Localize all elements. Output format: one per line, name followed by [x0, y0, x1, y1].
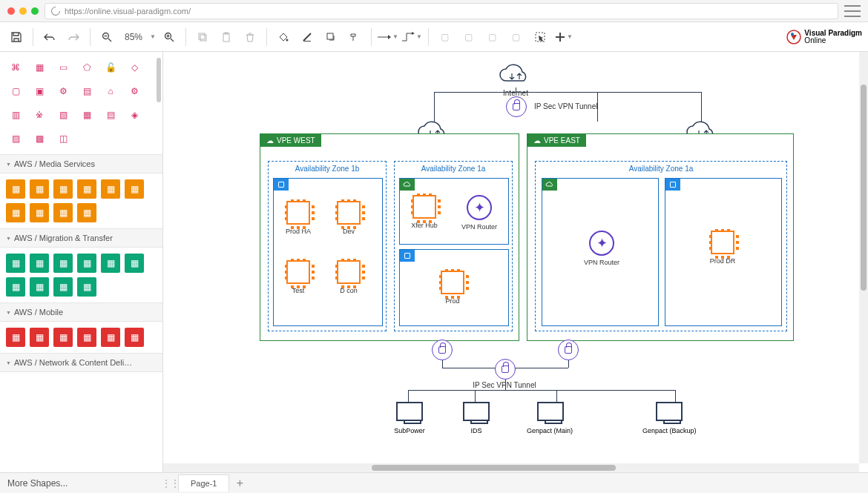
shape-icon[interactable]: ▦ [30, 58, 49, 77]
vpn-lock-icon[interactable] [495, 359, 516, 380]
shape-icon[interactable]: ⚙ [53, 82, 73, 101]
delete-button[interactable] [240, 27, 260, 47]
genpact-main-computer[interactable]: Genpact (Main) [534, 402, 567, 434]
stroke-button[interactable] [297, 27, 318, 47]
shape-icon[interactable]: ▦ [53, 328, 73, 347]
page-tab[interactable]: Page-1 [178, 474, 229, 492]
connector-straight-button[interactable]: ▼ [378, 27, 398, 47]
genpact-backup-computer[interactable]: Genpact (Backup) [653, 402, 685, 434]
shape-icon[interactable]: ⚙ [125, 82, 144, 101]
prod-ha-instance[interactable]: Prod HA [284, 201, 312, 229]
subnet-west-1a-private[interactable]: Prod [399, 249, 509, 326]
align-button[interactable]: ▢ [506, 27, 527, 47]
minimize-window[interactable] [19, 7, 27, 15]
dcon-instance[interactable]: D con [335, 260, 363, 288]
shape-icon[interactable]: ▦ [30, 179, 49, 199]
copy-button[interactable] [192, 27, 213, 47]
shape-icon[interactable]: ▦ [125, 179, 144, 199]
shape-icon[interactable]: ▤ [101, 105, 120, 125]
vpn-lock-icon[interactable] [558, 340, 579, 360]
subnet-west-1a-public[interactable]: Xfer Hub VPN Router [399, 178, 509, 245]
section-network[interactable]: AWS / Network & Content Deli… [0, 353, 162, 372]
vpn-router-west[interactable]: VPN Router [461, 195, 498, 231]
az-1a-east[interactable]: Availability Zone 1a VPN Router Prod DR [535, 161, 787, 331]
vpn-lock-icon[interactable] [432, 340, 453, 360]
shape-icon[interactable]: ▦ [77, 328, 96, 347]
zoom-level[interactable]: 85% [120, 32, 147, 42]
shape-icon[interactable]: ⌂ [101, 82, 120, 101]
section-migration-transfer[interactable]: AWS / Migration & Transfer [0, 228, 162, 248]
vpn-lock-icon[interactable] [506, 96, 527, 117]
shape-icon[interactable]: ▦ [30, 203, 49, 222]
shape-icon[interactable]: ▧ [53, 105, 73, 125]
canvas-area[interactable]: Internet IP Sec VPN Tunnel Internet Gate… [163, 52, 868, 472]
fill-button[interactable] [273, 27, 294, 47]
shape-icon[interactable]: ◇ [125, 58, 144, 77]
group-button[interactable]: ▢ [482, 27, 503, 47]
shape-icon[interactable]: ▦ [6, 254, 25, 273]
shape-icon[interactable]: ▦ [77, 254, 96, 273]
shape-icon[interactable]: ▦ [6, 277, 25, 297]
shape-icon[interactable]: ▦ [101, 179, 120, 199]
az-1b[interactable]: Availability Zone 1b Prod HA Dev Test D … [268, 161, 387, 331]
shape-icon[interactable]: ◫ [53, 129, 73, 148]
address-bar[interactable]: https://online.visual-paradigm.com/ [45, 3, 838, 19]
shape-icon[interactable]: ▦ [125, 328, 144, 347]
shape-icon[interactable]: ▥ [6, 105, 25, 125]
shape-icon[interactable]: ▨ [6, 129, 25, 148]
subpower-computer[interactable]: SubPower [393, 402, 426, 434]
save-button[interactable] [6, 27, 27, 47]
shape-icon[interactable]: ▦ [101, 254, 120, 273]
shape-icon[interactable]: ▭ [53, 58, 73, 77]
add-page-button[interactable]: + [229, 477, 250, 490]
shape-icon[interactable]: ▦ [30, 254, 49, 273]
test-instance[interactable]: Test [284, 260, 312, 288]
subnet-east-private[interactable]: Prod DR [665, 178, 782, 326]
maximize-window[interactable] [31, 7, 39, 15]
add-button[interactable]: ▼ [553, 27, 574, 47]
shape-icon[interactable]: ▦ [30, 328, 49, 347]
xfer-hub-instance[interactable]: Xfer Hub [410, 195, 438, 223]
select-mode-button[interactable] [530, 27, 550, 47]
shape-icon[interactable]: ※ [30, 105, 49, 125]
vpc-west[interactable]: ☁ VPE WEST Availability Zone 1b Prod HA … [260, 133, 519, 341]
subnet-west-1b[interactable]: Prod HA Dev Test D con [273, 178, 383, 326]
dev-instance[interactable]: Dev [335, 201, 363, 229]
paste-button[interactable] [216, 27, 237, 47]
shadow-button[interactable] [320, 27, 341, 47]
shape-icon[interactable]: ⬠ [77, 58, 96, 77]
front-button[interactable]: ▢ [435, 27, 456, 47]
vpc-east[interactable]: ☁ VPE EAST Availability Zone 1a VPN Rout… [527, 133, 794, 341]
shape-icon[interactable]: ▦ [77, 179, 96, 199]
az-1a-west[interactable]: Availability Zone 1a Xfer Hub VPN Router… [394, 161, 513, 331]
shape-icon[interactable]: ▦ [6, 179, 25, 199]
brand-logo[interactable]: Visual ParadigmOnline [786, 30, 862, 44]
prod-instance[interactable]: Prod [438, 271, 467, 299]
shape-icon[interactable]: 🔓 [101, 58, 120, 77]
subnet-east-public[interactable]: VPN Router [542, 178, 659, 326]
tab-drag-handle-icon[interactable]: ⋮⋮ [163, 478, 178, 489]
shape-icon[interactable]: ▦ [53, 203, 73, 222]
shape-icon[interactable]: ▣ [30, 82, 49, 101]
redo-button[interactable] [63, 27, 84, 47]
more-shapes-button[interactable]: More Shapes... [0, 478, 163, 489]
shape-icon[interactable]: ⌘ [6, 58, 25, 77]
shape-icon[interactable]: ▦ [30, 277, 49, 297]
shape-icon[interactable]: ▦ [77, 203, 96, 222]
shape-icon[interactable]: ▦ [101, 328, 120, 347]
browser-menu-icon[interactable] [844, 5, 861, 17]
horizontal-scrollbar[interactable] [163, 463, 859, 472]
zoom-out-button[interactable] [96, 27, 117, 47]
zoom-in-button[interactable] [159, 27, 180, 47]
vertical-scrollbar[interactable] [859, 52, 868, 463]
close-window[interactable] [7, 7, 15, 15]
zoom-dropdown-icon[interactable]: ▼ [150, 33, 156, 40]
shape-icon[interactable]: ▦ [53, 254, 73, 273]
ids-computer[interactable]: IDS [460, 402, 493, 434]
section-mobile[interactable]: AWS / Mobile [0, 302, 162, 322]
shape-icon[interactable]: ▩ [30, 129, 49, 148]
section-media-services[interactable]: AWS / Media Services [0, 154, 162, 173]
shape-icon[interactable]: ▦ [53, 179, 73, 199]
shape-icon[interactable]: ◈ [125, 105, 144, 125]
shape-icon[interactable]: ▦ [125, 254, 144, 273]
